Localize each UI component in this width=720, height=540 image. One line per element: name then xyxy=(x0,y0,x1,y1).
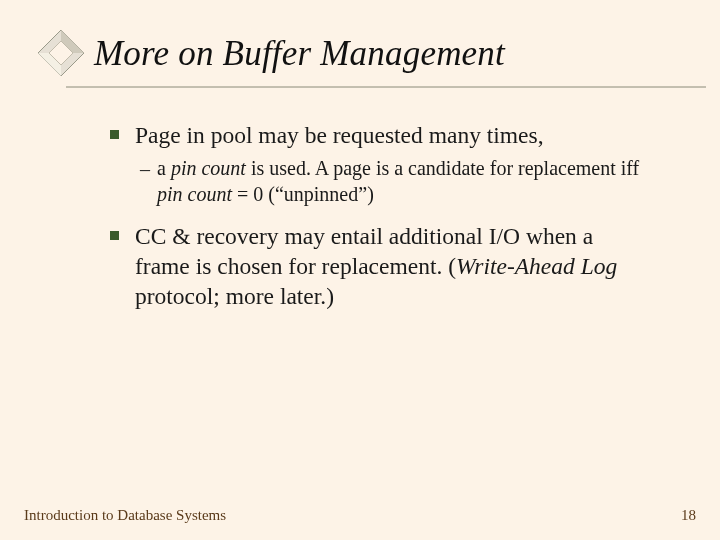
sub-bullet-1: – a pin count is used. A page is a candi… xyxy=(140,156,650,207)
title-row: More on Buffer Management xyxy=(36,30,680,78)
bullet-2: CC & recovery may entail additional I/O … xyxy=(110,221,650,311)
pin-count-em2: pin count xyxy=(157,183,232,205)
bullet-2-text: CC & recovery may entail additional I/O … xyxy=(135,221,650,311)
square-bullet-icon xyxy=(110,231,119,240)
diamond-icon xyxy=(36,28,86,78)
slide-title: More on Buffer Management xyxy=(94,34,505,74)
t: = 0 (“unpinned”) xyxy=(232,183,374,205)
t: protocol; more later.) xyxy=(135,283,334,309)
bullet-1-text: Page in pool may be requested many times… xyxy=(135,120,544,150)
dash-bullet-icon: – xyxy=(140,156,150,207)
content-area: Page in pool may be requested many times… xyxy=(110,120,650,312)
pin-count-em: pin count xyxy=(171,157,246,179)
sub-bullet-1-text: a pin count is used. A page is a candida… xyxy=(157,156,650,207)
slide: More on Buffer Management Page in pool m… xyxy=(0,0,720,540)
t: a xyxy=(157,157,171,179)
page-number: 18 xyxy=(681,507,696,524)
wal-em: Write-Ahead Log xyxy=(456,253,617,279)
footer: Introduction to Database Systems 18 xyxy=(24,507,696,524)
t: is used. A page is a candidate for repla… xyxy=(246,157,639,179)
footer-left: Introduction to Database Systems xyxy=(24,507,226,524)
square-bullet-icon xyxy=(110,130,119,139)
bullet-1: Page in pool may be requested many times… xyxy=(110,120,650,150)
title-underline xyxy=(66,86,706,88)
